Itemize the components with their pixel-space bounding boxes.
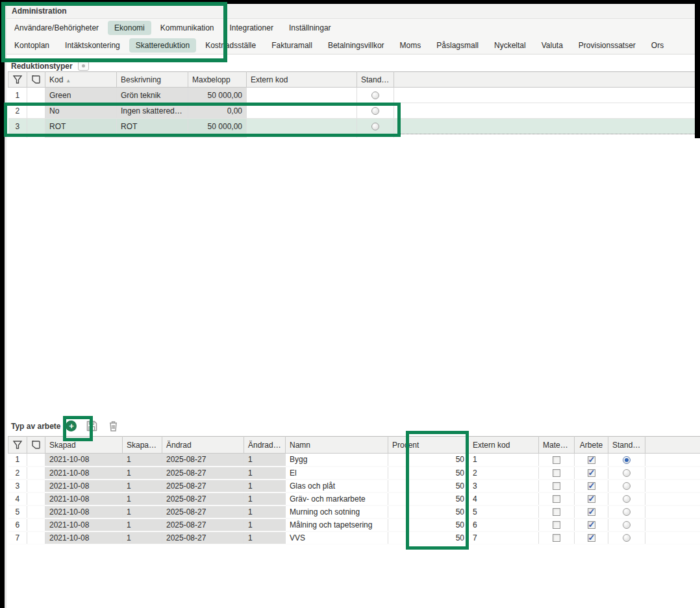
column-header-material[interactable]: Material xyxy=(539,437,575,454)
arbete-checkbox[interactable] xyxy=(588,508,595,516)
tab[interactable]: Påslagsmall xyxy=(430,38,485,53)
extern-kod-cell[interactable] xyxy=(247,119,357,134)
namn-cell[interactable]: VVS xyxy=(286,531,388,544)
material-checkbox[interactable] xyxy=(553,495,560,503)
column-header-maxbelopp[interactable]: Maxbelopp xyxy=(188,72,247,88)
standard-radio[interactable] xyxy=(623,508,631,516)
tab[interactable]: Integrationer xyxy=(223,21,280,35)
add-worktype-button[interactable]: + xyxy=(66,420,77,432)
extern-kod-cell[interactable] xyxy=(247,103,357,119)
tab[interactable]: Kostnadsställe xyxy=(199,38,262,53)
extern-kod-cell[interactable]: 3 xyxy=(469,480,539,492)
table-row[interactable]: 4 RUT RUT 75 000,00 xyxy=(8,134,697,138)
tab[interactable]: Moms xyxy=(394,38,428,53)
tab[interactable]: Provisionssatser xyxy=(572,38,642,53)
arbete-checkbox[interactable] xyxy=(588,456,595,464)
tab[interactable]: Nyckeltal xyxy=(488,38,532,53)
arbete-checkbox[interactable] xyxy=(588,482,595,490)
procent-cell[interactable]: 50 xyxy=(388,531,469,544)
row-number-cell[interactable]: 7 xyxy=(8,531,27,544)
column-header-andrad-av[interactable]: Ändrad av xyxy=(244,437,286,454)
extern-kod-cell[interactable]: 4 xyxy=(469,492,539,505)
extern-kod-cell[interactable]: 5 xyxy=(469,505,539,518)
column-header-skapad[interactable]: Skapad xyxy=(45,437,123,454)
tab[interactable]: Kommunikation xyxy=(154,21,221,35)
table-row[interactable]: 3 2021-10-08 1 2025-08-27 1 Glas och plå… xyxy=(8,480,700,492)
arbete-checkbox[interactable] xyxy=(588,469,595,477)
tab[interactable]: Användare/Behörigheter xyxy=(8,21,105,35)
extern-kod-cell[interactable]: 7 xyxy=(469,531,539,544)
column-header-beskrivning[interactable]: Beskrivning xyxy=(117,72,188,88)
note-column-header[interactable] xyxy=(27,437,45,454)
standard-radio[interactable] xyxy=(371,91,379,99)
note-column-header[interactable] xyxy=(27,72,45,88)
tab[interactable]: Inställningar xyxy=(282,21,338,35)
procent-cell[interactable]: 50 xyxy=(388,480,469,492)
procent-cell[interactable]: 50 xyxy=(388,467,469,480)
column-header-procent[interactable]: Procent xyxy=(388,437,469,454)
material-checkbox[interactable] xyxy=(553,469,560,477)
extern-kod-cell[interactable] xyxy=(247,134,357,138)
row-number-cell[interactable]: 1 xyxy=(8,454,27,467)
standard-radio[interactable] xyxy=(623,495,631,503)
table-row[interactable]: 2 No Ingen skattereduk… 0,00 xyxy=(8,103,697,119)
filter-header[interactable] xyxy=(8,72,27,88)
tab[interactable]: Skattereduktion xyxy=(129,38,196,53)
arbete-checkbox[interactable] xyxy=(588,495,595,503)
arbete-checkbox[interactable] xyxy=(588,521,595,529)
arbete-checkbox[interactable] xyxy=(588,534,595,542)
material-checkbox[interactable] xyxy=(553,482,560,490)
save-button[interactable] xyxy=(86,420,98,432)
procent-cell[interactable]: 50 xyxy=(388,505,469,518)
row-number-cell[interactable]: 3 xyxy=(8,119,27,134)
procent-cell[interactable]: 50 xyxy=(388,492,469,505)
tab[interactable]: Ors xyxy=(645,38,670,53)
standard-radio[interactable] xyxy=(371,123,379,130)
row-number-cell[interactable]: 3 xyxy=(8,480,27,492)
extern-kod-cell[interactable] xyxy=(247,88,357,103)
material-checkbox[interactable] xyxy=(553,534,560,542)
column-header-namn[interactable]: Namn xyxy=(286,437,388,454)
row-number-cell[interactable]: 2 xyxy=(8,103,27,119)
table-row[interactable]: 6 2021-10-08 1 2025-08-27 1 Målning och … xyxy=(8,518,700,531)
table-row[interactable]: 7 2021-10-08 1 2025-08-27 1 VVS 50 7 xyxy=(8,531,700,544)
column-header-extern-kod[interactable]: Extern kod xyxy=(247,72,357,88)
row-number-cell[interactable]: 1 xyxy=(8,88,27,103)
column-header-extern-kod[interactable]: Extern kod xyxy=(469,437,539,454)
reduktionstyper-options-button[interactable] xyxy=(78,61,89,71)
table-row[interactable]: 3 ROT ROT 50 000,00 xyxy=(8,119,697,134)
column-header-standard[interactable]: Stand… xyxy=(357,72,394,88)
row-number-cell[interactable]: 4 xyxy=(8,492,27,505)
tab[interactable]: Valuta xyxy=(535,38,569,53)
table-row[interactable]: 5 2021-10-08 1 2025-08-27 1 Murning och … xyxy=(8,505,700,518)
column-header-standard[interactable]: Stand… xyxy=(608,437,645,454)
delete-button[interactable] xyxy=(108,420,118,432)
standard-radio[interactable] xyxy=(623,534,631,542)
filter-header[interactable] xyxy=(8,437,27,454)
namn-cell[interactable]: Glas och plåt xyxy=(286,480,388,492)
standard-radio[interactable] xyxy=(623,469,631,477)
procent-cell[interactable]: 50 xyxy=(388,454,469,467)
row-number-cell[interactable]: 2 xyxy=(8,467,27,480)
column-header-skapad-av[interactable]: Skapad … xyxy=(123,437,162,454)
tab[interactable]: Intäktskontering xyxy=(58,38,127,53)
standard-radio[interactable] xyxy=(371,107,379,115)
extern-kod-cell[interactable]: 6 xyxy=(469,518,539,531)
standard-radio[interactable] xyxy=(623,482,631,490)
tab[interactable]: Betalningsvillkor xyxy=(321,38,391,53)
column-header-kod[interactable]: Kod▲ xyxy=(45,72,117,88)
row-number-cell[interactable]: 4 xyxy=(8,134,27,138)
material-checkbox[interactable] xyxy=(553,456,560,464)
standard-radio[interactable] xyxy=(623,456,631,464)
tab[interactable]: Ekonomi xyxy=(108,21,151,35)
tab[interactable]: Fakturamall xyxy=(265,38,319,53)
table-row[interactable]: 2 2021-10-08 1 2025-08-27 1 El 50 2 xyxy=(8,467,700,480)
namn-cell[interactable]: Murning och sotning xyxy=(286,505,388,518)
namn-cell[interactable]: Gräv- och markarbete xyxy=(286,492,388,505)
column-header-andrad[interactable]: Ändrad xyxy=(162,437,244,454)
row-number-cell[interactable]: 5 xyxy=(8,505,27,518)
material-checkbox[interactable] xyxy=(553,521,560,529)
namn-cell[interactable]: Bygg xyxy=(286,454,388,467)
namn-cell[interactable]: El xyxy=(286,467,388,480)
procent-cell[interactable]: 50 xyxy=(388,518,469,531)
